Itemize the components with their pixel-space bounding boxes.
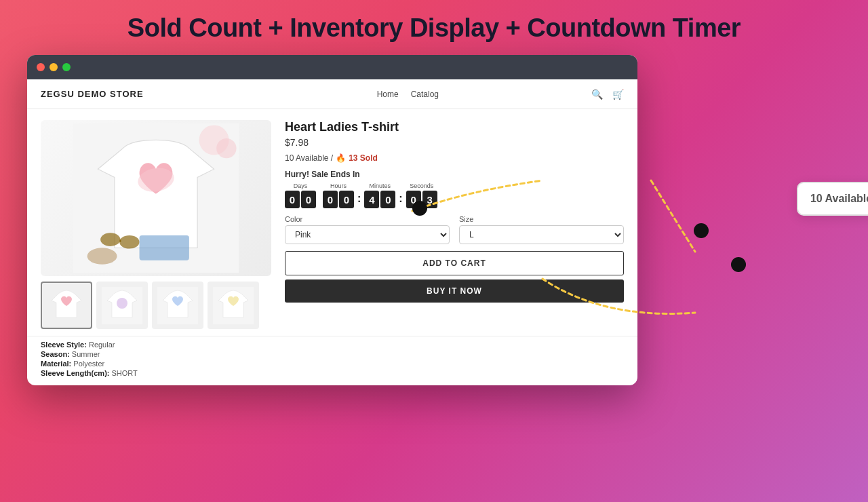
browser-window: ZEGSU DEMO STORE Home Catalog 🔍 🛒 [27, 55, 637, 385]
buy-it-now-button[interactable]: BUY IT NOW [285, 279, 624, 303]
outer-wrapper: ZEGSU DEMO STORE Home Catalog 🔍 🛒 [27, 55, 841, 385]
add-to-cart-button[interactable]: ADD TO CART [285, 251, 624, 275]
store-name: ZEGSU DEMO STORE [41, 89, 224, 99]
browser-dot-yellow[interactable] [50, 63, 58, 71]
product-price: $7.98 [285, 137, 624, 148]
colon-3: : [398, 193, 403, 205]
hours-digit-0: 0 [323, 191, 338, 208]
available-text: 10 Available / [285, 153, 333, 163]
thumbnail-2[interactable] [96, 282, 148, 329]
tshirt-svg [61, 123, 251, 273]
size-select[interactable]: L [459, 225, 624, 244]
days-label: Days [294, 182, 308, 189]
svg-point-4 [100, 233, 120, 246]
countdown-hours: Hours 0 0 [323, 182, 354, 208]
dot-marker-timer [731, 257, 746, 272]
minutes-label: Minutes [370, 182, 391, 189]
browser-titlebar [27, 55, 637, 79]
dot-marker-stock [412, 201, 427, 216]
nav-link-home[interactable]: Home [377, 90, 399, 99]
fire-emoji: 🔥 [336, 153, 346, 163]
thumbnail-row [41, 282, 271, 329]
svg-rect-7 [140, 235, 189, 260]
countdown-days: Days 0 0 [285, 182, 316, 208]
meta-sleeve-style: Sleeve Style: Regular [41, 341, 624, 349]
svg-point-5 [119, 235, 139, 249]
meta-sleeve-length: Sleeve Length(cm): SHORT [41, 369, 624, 377]
color-label: Color [285, 215, 450, 223]
minutes-digit-0: 4 [364, 191, 379, 208]
svg-point-8 [87, 248, 117, 264]
svg-point-2 [216, 138, 236, 158]
nav-link-catalog[interactable]: Catalog [411, 90, 439, 99]
thumbnail-4[interactable] [208, 282, 259, 329]
size-label: Size [459, 215, 624, 223]
minutes-digit-1: 0 [380, 191, 395, 208]
selectors-row: Color Pink Size L [285, 215, 624, 244]
countdown-minutes: Minutes 4 0 [364, 182, 395, 208]
cart-icon[interactable]: 🛒 [612, 89, 624, 100]
countdown-units: Days 0 0 Hours 0 0 [285, 182, 624, 208]
browser-dot-red[interactable] [37, 63, 45, 71]
days-digit-0: 0 [285, 191, 300, 208]
meta-material: Material: Polyester [41, 360, 624, 368]
product-details: Heart Ladies T-shirt $7.98 10 Available … [285, 120, 624, 329]
days-digit-1: 0 [301, 191, 316, 208]
stock-info: 10 Available / 🔥 13 Sold [285, 153, 624, 163]
hours-digit-1: 0 [339, 191, 354, 208]
product-image-section [41, 120, 271, 329]
browser-dot-green[interactable] [62, 63, 71, 71]
product-meta: Sleeve Style: Regular Season: Summer Mat… [27, 336, 637, 385]
countdown-label: Hurry! Sale Ends In [285, 170, 624, 179]
color-select[interactable]: Pink [285, 225, 450, 244]
color-selector-group: Color Pink [285, 215, 450, 244]
page-title: Sold Count + Inventory Display + Countdo… [127, 14, 741, 43]
callout-bubble: 10 Available / 🔥 13 Sold [797, 182, 868, 216]
countdown-section: Hurry! Sale Ends In Days 0 0 [285, 170, 624, 208]
search-icon[interactable]: 🔍 [591, 89, 603, 100]
main-product-image [41, 120, 271, 276]
svg-rect-11 [117, 298, 127, 309]
dot-marker-stock2 [694, 223, 709, 238]
nav-links: Home Catalog [224, 90, 591, 99]
colon-2: : [357, 193, 361, 205]
hours-label: Hours [330, 182, 347, 189]
seconds-label: Seconds [410, 182, 433, 189]
product-title: Heart Ladies T-shirt [285, 120, 624, 134]
nav-icons: 🔍 🛒 [591, 89, 624, 100]
thumbnail-1[interactable] [41, 282, 92, 329]
store-nav: ZEGSU DEMO STORE Home Catalog 🔍 🛒 [27, 79, 637, 109]
size-selector-group: Size L [459, 215, 624, 244]
sold-count-text: 13 Sold [349, 153, 378, 163]
product-content: Heart Ladies T-shirt $7.98 10 Available … [27, 109, 637, 336]
callout-available: 10 Available / [810, 193, 868, 205]
thumbnail-3[interactable] [152, 282, 203, 329]
meta-season: Season: Summer [41, 350, 624, 358]
